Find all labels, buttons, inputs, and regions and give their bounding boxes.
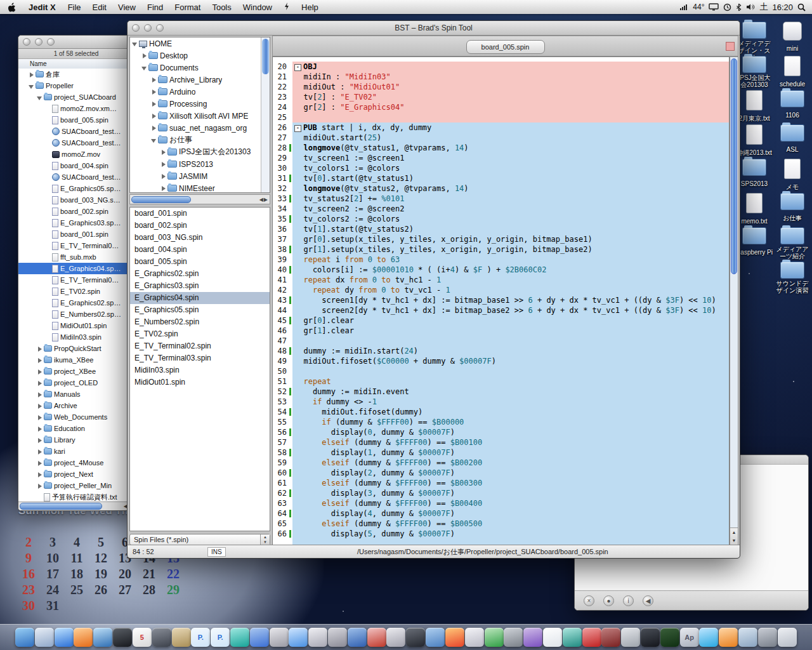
tree-item[interactable]: Arduino: [130, 86, 261, 98]
finder-row[interactable]: board_002.spin: [18, 206, 134, 217]
tree-item[interactable]: HOME: [130, 37, 261, 50]
tree-item[interactable]: suac_net_nagasm_org: [130, 122, 261, 134]
minimize-button[interactable]: [144, 24, 152, 32]
desktop-icon[interactable]: メモ: [774, 159, 811, 192]
dock-icon-firefox[interactable]: [74, 628, 93, 647]
finder-row[interactable]: SUACboard_test…: [18, 126, 134, 137]
minimize-button[interactable]: [35, 38, 43, 46]
dock-icon-red-app[interactable]: [582, 628, 601, 647]
disclosure-triangle-icon[interactable]: [160, 185, 167, 192]
file-item[interactable]: E_Graphics04.spin: [130, 292, 270, 304]
file-item[interactable]: E_TV02.spin: [130, 328, 270, 340]
code-line[interactable]: 61 elseif (dummy & $FFFF00) == $B00300: [273, 478, 729, 488]
dock-icon-app-store[interactable]: Ap: [680, 628, 699, 647]
code-line[interactable]: 42 repeat dy from 0 to tv_vc1 - 1: [273, 285, 729, 295]
editor-vertical-scrollbar[interactable]: ▲▼: [730, 56, 738, 545]
code-line[interactable]: 65 elseif (dummy & $FFFF00) == $B00500: [273, 519, 729, 529]
file-item[interactable]: E_Numbers02.spin: [130, 316, 270, 328]
scroll-thumb[interactable]: [20, 503, 102, 510]
dock-icon-spectrum-analyzer[interactable]: [660, 628, 679, 647]
disclosure-triangle-icon[interactable]: [28, 71, 35, 78]
signal-icon[interactable]: [679, 3, 688, 11]
disclosure-triangle-icon[interactable]: [150, 100, 157, 107]
file-item[interactable]: board_001.spin: [130, 208, 270, 220]
finder-row[interactable]: Propeller: [18, 80, 134, 91]
spotlight-icon[interactable]: [797, 3, 806, 11]
dock-icon-mail[interactable]: [250, 628, 269, 647]
finder-titlebar[interactable]: [18, 36, 134, 49]
app-menu[interactable]: Jedit X: [22, 3, 62, 12]
disclosure-triangle-icon[interactable]: [28, 83, 35, 90]
finder-row[interactable]: Library: [18, 434, 134, 446]
finder-row[interactable]: SUACboard_test…: [18, 137, 134, 149]
tree-horizontal-scrollbar[interactable]: ◀▶: [129, 194, 270, 204]
desktop-icon[interactable]: 2月東京.txt: [736, 90, 773, 123]
desktop-icon[interactable]: IPSJ全国大会201303: [736, 56, 773, 90]
finder-row[interactable]: E_TV02.spin: [18, 286, 134, 297]
finder-row[interactable]: MidiIn03.spin: [18, 331, 134, 343]
dock-icon-dashboard[interactable]: [35, 628, 54, 647]
code-line[interactable]: 31 tv[0].start(@tv_status1): [273, 173, 729, 183]
code-line[interactable]: 60 display(2, dummy & $00007F): [273, 468, 729, 478]
finder-row[interactable]: PropQuickStart: [18, 343, 134, 354]
menu-file[interactable]: File: [62, 3, 87, 12]
code-line[interactable]: 41 repeat dx from 0 to tv_hc1 - 1: [273, 275, 729, 285]
code-line[interactable]: 26-PUB start | i, dx, dy, dummy: [273, 123, 729, 133]
finder-row[interactable]: project_Peller_Min: [18, 480, 134, 491]
dock-icon-textedit[interactable]: [308, 628, 327, 647]
code-line[interactable]: 37 gr[0].setup(x_tiles, y_tiles, x_origi…: [273, 234, 729, 244]
code-line[interactable]: 43 screen1[dy * tv_hc1 + dx] := bitmap_b…: [273, 295, 729, 305]
code-line[interactable]: 50: [273, 366, 729, 376]
dock-icon-photo-booth[interactable]: [406, 628, 425, 647]
finder-row[interactable]: E_TV_Terminal0…: [18, 274, 134, 286]
finder-row[interactable]: project_Next: [18, 468, 134, 480]
dock-icon-arduino[interactable]: [563, 628, 582, 647]
disclosure-triangle-icon[interactable]: [150, 88, 157, 95]
file-item[interactable]: MidiOut01.spin: [130, 376, 270, 388]
file-item[interactable]: E_TV_Terminal02.spin: [130, 340, 270, 352]
dock-icon-skype[interactable]: [699, 628, 718, 647]
code-line[interactable]: 34 tv_screen2 := @screen2: [273, 204, 729, 214]
code-line[interactable]: 53 if dummy <> -1: [273, 397, 729, 407]
dock-icon-versions-cube[interactable]: [152, 628, 171, 647]
code-line[interactable]: 39 repeat i from 0 to 63: [273, 255, 729, 265]
info-button[interactable]: i: [623, 595, 634, 606]
finder-row[interactable]: Manuals: [18, 388, 134, 400]
file-item[interactable]: board_003_NG.spin: [130, 232, 270, 244]
finder-row[interactable]: project_4Mouse: [18, 457, 134, 468]
menu-help[interactable]: Help: [296, 3, 324, 12]
dock-icon-disc-utility[interactable]: [465, 628, 484, 647]
dock-icon-system-preferences[interactable]: [758, 628, 777, 647]
dock-icon-parallels[interactable]: P.: [191, 628, 210, 647]
file-item[interactable]: E_Graphics02.spin: [130, 268, 270, 280]
finder-row[interactable]: fft_sub.mxb: [18, 251, 134, 263]
code-line[interactable]: 28 longmove(@tv_status1, @tvparams, 14): [273, 143, 729, 153]
finder-row[interactable]: board_004.spin: [18, 160, 134, 171]
finder-row[interactable]: Archive: [18, 400, 134, 411]
code-line[interactable]: 27 midiOut.start(25): [273, 133, 729, 143]
code-line[interactable]: 64 display(4, dummy & $00007F): [273, 508, 729, 519]
menu-window[interactable]: Window: [237, 3, 278, 12]
code-line[interactable]: 23 tv[2] : "E_TV02": [273, 92, 729, 102]
disclosure-triangle-icon[interactable]: [160, 173, 167, 180]
file-item[interactable]: E_Graphics03.spin: [130, 280, 270, 292]
disclosure-triangle-icon[interactable]: [150, 112, 157, 119]
clock-time[interactable]: 16:20: [772, 3, 793, 12]
dock-icon-pages[interactable]: [386, 628, 405, 647]
file-item[interactable]: board_004.spin: [130, 244, 270, 256]
finder-row[interactable]: SUACboard_test…: [18, 171, 134, 183]
dock-icon-preview[interactable]: [270, 628, 289, 647]
code-editor[interactable]: 20-OBJ21 midiIn : "MidiIn03"22 midiOut :…: [272, 56, 730, 545]
tree-item[interactable]: Xilisoft Xilisoft AVI MPE: [130, 110, 261, 122]
disclosure-triangle-icon[interactable]: [36, 368, 43, 375]
select-stepper-icon[interactable]: ▲▼: [260, 534, 270, 545]
disclosure-triangle-icon[interactable]: [131, 40, 138, 47]
disclosure-triangle-icon[interactable]: [36, 391, 43, 398]
desktop-icon[interactable]: SPS2013: [736, 159, 773, 189]
finder-row[interactable]: E_Graphics03.sp…: [18, 217, 134, 229]
finder-row[interactable]: project_SUACboard: [18, 91, 134, 103]
file-filter-select[interactable]: Spin Files (*.spin) ▲▼: [129, 534, 270, 545]
dock-icon-trash[interactable]: [778, 628, 797, 647]
desktop-icon[interactable]: schedule: [774, 56, 811, 89]
finder-row[interactable]: Education: [18, 423, 134, 434]
